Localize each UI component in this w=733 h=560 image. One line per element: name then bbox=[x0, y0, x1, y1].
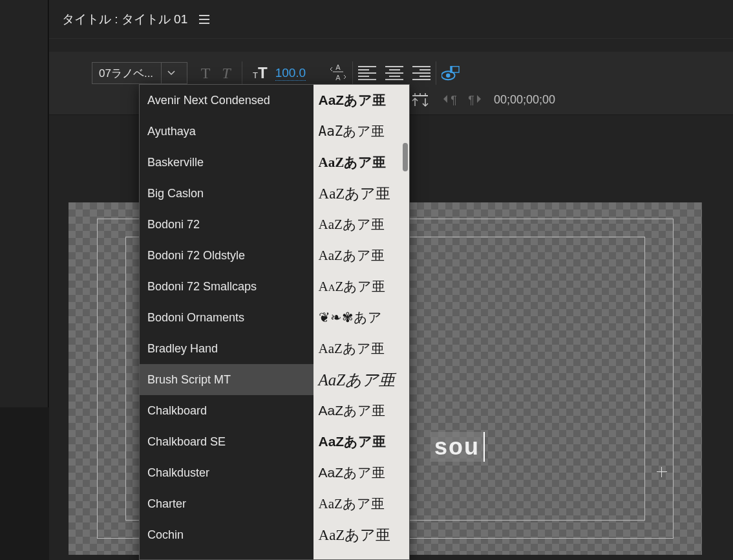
font-option[interactable]: Bodoni 72 Smallcaps bbox=[140, 271, 313, 302]
font-preview: AaZあア亜 bbox=[313, 147, 409, 178]
font-preview-strip: AaZあア亜AaZあア亜AaZあア亜AaZあア亜AaZあア亜AaZあア亜AaZあ… bbox=[313, 85, 409, 559]
show-video-icon[interactable] bbox=[441, 64, 460, 82]
chevron-down-icon[interactable] bbox=[161, 62, 180, 84]
font-preview: AaZあア亜 bbox=[313, 364, 409, 395]
font-preview: AaZあア亜 bbox=[313, 333, 409, 364]
font-option[interactable]: Chalkboard bbox=[140, 395, 313, 426]
title-text[interactable]: sou bbox=[430, 432, 485, 462]
anchor-crosshair bbox=[657, 467, 667, 477]
tab-stops-icon[interactable] bbox=[411, 91, 429, 109]
separator bbox=[436, 61, 436, 85]
align-center-button[interactable] bbox=[385, 66, 403, 80]
font-option[interactable]: Bodoni 72 Oldstyle bbox=[140, 240, 313, 271]
svg-text:¶: ¶ bbox=[468, 94, 474, 107]
font-preview: AaZあア亜 bbox=[313, 209, 409, 240]
font-preview: AaZあア亜 bbox=[313, 271, 409, 302]
font-family-value: 07ラノベ... bbox=[99, 66, 157, 81]
font-option[interactable]: Bradley Hand bbox=[140, 333, 313, 364]
font-option[interactable]: Charter bbox=[140, 488, 313, 519]
font-preview: AaZあア亜 bbox=[313, 426, 409, 457]
font-dropdown[interactable]: Avenir Next CondensedAyuthayaBaskerville… bbox=[139, 84, 410, 560]
ltr-direction-icon[interactable]: ¶ bbox=[441, 91, 459, 109]
svg-text:A: A bbox=[336, 74, 341, 81]
left-dock-strip bbox=[0, 0, 48, 407]
font-option[interactable]: Chalkduster bbox=[140, 457, 313, 488]
font-option[interactable]: Avenir Next Condensed bbox=[140, 85, 313, 116]
font-option[interactable]: Brush Script MT bbox=[140, 364, 313, 395]
svg-point-12 bbox=[446, 73, 451, 78]
separator bbox=[242, 61, 242, 85]
panel-menu-icon[interactable] bbox=[199, 15, 209, 24]
font-preview: AaZあア亜 bbox=[313, 488, 409, 519]
bold-button[interactable]: T bbox=[195, 65, 216, 82]
align-left-button[interactable] bbox=[358, 66, 376, 80]
font-preview: AaZあア亜 bbox=[313, 116, 409, 147]
font-preview: AaZあア亜 bbox=[313, 519, 409, 550]
font-family-select[interactable]: 07ラノベ... bbox=[92, 62, 187, 84]
rtl-direction-icon[interactable]: ¶ bbox=[465, 91, 483, 109]
font-option[interactable]: Ayuthaya bbox=[140, 116, 313, 147]
font-size-icon: TT bbox=[253, 64, 268, 82]
font-preview: AaZあア亜 bbox=[313, 178, 409, 209]
italic-button[interactable]: T bbox=[216, 65, 237, 82]
font-preview: AaZあア亜 bbox=[313, 240, 409, 271]
aspect-toggle-icon[interactable]: A A bbox=[329, 64, 347, 82]
svg-text:A: A bbox=[336, 63, 341, 71]
font-preview: AaZあア亜 bbox=[313, 395, 409, 426]
scrollbar-thumb[interactable] bbox=[403, 143, 408, 171]
panel-header: タイトル : タイトル 01 bbox=[49, 0, 733, 39]
svg-text:¶: ¶ bbox=[451, 94, 457, 107]
timecode-display[interactable]: 00;00;00;00 bbox=[494, 93, 555, 107]
font-option[interactable]: Baskerville bbox=[140, 147, 313, 178]
font-preview: AaZあア亜 bbox=[313, 85, 409, 116]
separator bbox=[352, 61, 353, 85]
font-option[interactable]: Big Caslon bbox=[140, 178, 313, 209]
font-option[interactable]: Chalkboard SE bbox=[140, 426, 313, 457]
font-option[interactable]: Bodoni Ornaments bbox=[140, 302, 313, 333]
font-option[interactable]: Cochin bbox=[140, 519, 313, 550]
font-preview: AaZあア亜 bbox=[313, 457, 409, 488]
font-list[interactable]: Avenir Next CondensedAyuthayaBaskerville… bbox=[140, 85, 313, 559]
font-option[interactable]: Bodoni 72 bbox=[140, 209, 313, 240]
font-size-value[interactable]: 100.0 bbox=[275, 66, 306, 81]
align-right-button[interactable] bbox=[412, 66, 430, 80]
font-preview: ❦❧✾あア bbox=[313, 302, 409, 333]
panel-title: タイトル : タイトル 01 bbox=[62, 11, 187, 28]
